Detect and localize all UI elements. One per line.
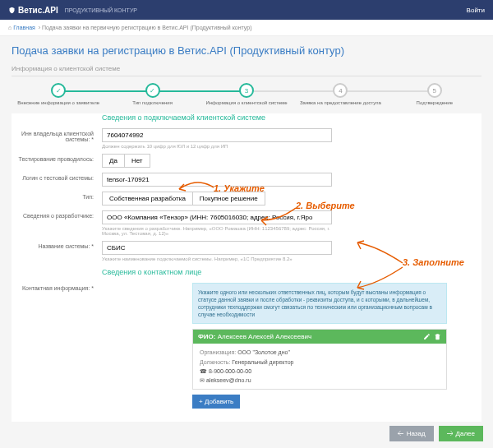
page-title: Подача заявки на регистрацию в Ветис.API… bbox=[12, 44, 481, 57]
contact-card: ФИО: Алексеев Алексей Алексеевич Организ… bbox=[192, 329, 447, 390]
step-4-circle: 4 bbox=[333, 83, 348, 98]
client-system-panel: Сведения о подключаемой клиентской систе… bbox=[12, 113, 481, 422]
test-yes-button[interactable]: Да bbox=[102, 154, 124, 168]
contact-info-box: Укажите одного или нескольких ответствен… bbox=[192, 283, 447, 324]
step-1-circle: ✓ bbox=[51, 83, 66, 98]
inn-hint: Должен содержать 10 цифр для ЮЛ и 12 циф… bbox=[102, 144, 332, 149]
panel2-title: Сведения о контактном лице bbox=[102, 268, 481, 276]
sys-input[interactable] bbox=[102, 241, 332, 255]
step-2-circle: ✓ bbox=[145, 83, 160, 98]
delete-icon[interactable] bbox=[434, 333, 441, 340]
inn-label: Инн владельца клиентской системы: * bbox=[12, 128, 102, 142]
type-own-button[interactable]: Собственная разработка bbox=[102, 192, 192, 206]
next-button[interactable]: 🡢 Далее bbox=[439, 426, 483, 441]
login-link[interactable]: Войти bbox=[467, 7, 485, 14]
back-button[interactable]: 🡠 Назад bbox=[389, 426, 434, 441]
logo: Ветис.API bbox=[8, 6, 58, 15]
breadcrumb-home[interactable]: Главная bbox=[13, 25, 35, 30]
sys-hint: Укажите наименование подключаемой систем… bbox=[102, 256, 332, 261]
inn-input[interactable] bbox=[102, 128, 332, 142]
contact-card-header: ФИО: Алексеев Алексей Алексеевич bbox=[193, 330, 446, 344]
contact-label: Контактная информация: * bbox=[12, 283, 102, 291]
top-bar: Ветис.API ПРОДУКТИВНЫЙ КОНТУР Войти bbox=[0, 0, 493, 20]
phone-row: ☎ 8-900-000-00-00 bbox=[200, 367, 440, 376]
type-label: Тип: bbox=[12, 192, 102, 200]
section-label: Информация о клиентской системе bbox=[12, 65, 481, 76]
shield-icon bbox=[8, 7, 16, 14]
step-5-circle: 5 bbox=[427, 83, 442, 98]
type-buy-button[interactable]: Покупное решение bbox=[192, 192, 265, 206]
home-icon: ⌂ bbox=[8, 25, 12, 30]
edit-icon[interactable] bbox=[423, 333, 431, 340]
panel1-title: Сведения о подключаемой клиентской систе… bbox=[102, 113, 481, 122]
breadcrumb: ⌂ Главная › Подача заявки на первичную р… bbox=[0, 20, 493, 36]
login-label: Логин с тестовой системы: bbox=[12, 173, 102, 181]
stepper: ✓Внесение информации о заявителе ✓Тип по… bbox=[12, 83, 481, 105]
test-label: Тестирование проводилось: bbox=[12, 154, 102, 162]
dev-hint: Укажите сведения о разработчике. Наприме… bbox=[102, 226, 332, 236]
dev-input[interactable] bbox=[102, 210, 332, 224]
breadcrumb-current: Подача заявки на первичную регистрацию в… bbox=[42, 25, 252, 30]
email-row: ✉ alekseev@dno.ru bbox=[200, 376, 440, 385]
dev-label: Сведения о разработчике: bbox=[12, 210, 102, 219]
add-contact-button[interactable]: + Добавить bbox=[192, 395, 240, 409]
step-3-circle: 3 bbox=[239, 83, 254, 98]
test-no-button[interactable]: Нет bbox=[124, 154, 150, 168]
sys-label: Название системы: * bbox=[12, 241, 102, 249]
login-input[interactable] bbox=[102, 173, 332, 187]
topbar-subtitle: ПРОДУКТИВНЫЙ КОНТУР bbox=[65, 7, 137, 13]
